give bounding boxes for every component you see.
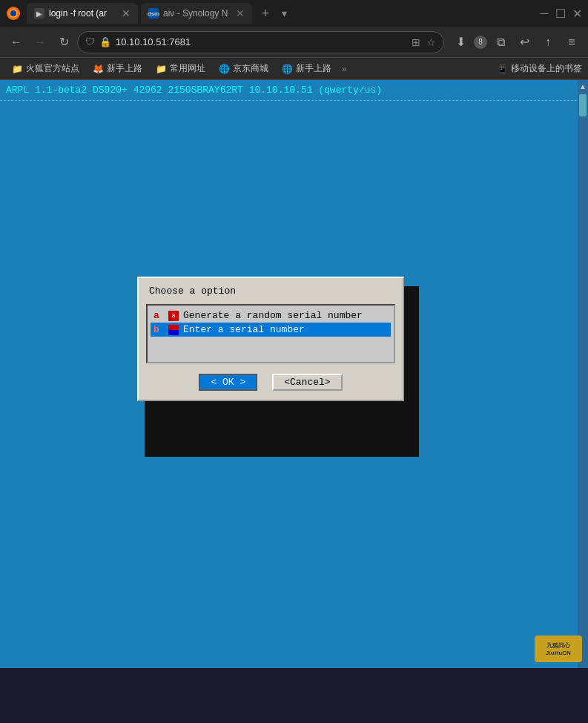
tab-dsm-label: aiv - Synology N xyxy=(163,8,228,19)
download-button[interactable]: ⬇ xyxy=(450,32,471,53)
back-button[interactable]: ← xyxy=(6,32,27,53)
bookmark-common-label: 常用网址 xyxy=(170,62,205,75)
new-tab-button[interactable]: + xyxy=(255,3,276,24)
watermark-line2: JiuHuCN xyxy=(546,650,571,656)
bookmark-newuser1-label: 新手上路 xyxy=(107,62,142,75)
bookmark-jd[interactable]: 🌐 京东商城 xyxy=(213,60,274,77)
dialog-box: Choose a option a a Generate a random se… xyxy=(137,277,404,401)
bookmark-mobile-label: 移动设备上的书签 xyxy=(511,62,582,75)
dialog-option-b[interactable]: b Enter a serial number xyxy=(151,323,391,337)
watermark: 九狐问心 JiuHuCN xyxy=(535,635,582,662)
lock-icon: 🔒 xyxy=(99,36,111,47)
share-button[interactable]: ↑ xyxy=(538,32,558,53)
bookmark-jd-label: 京东商城 xyxy=(233,62,268,75)
close-button[interactable]: ✕ xyxy=(572,8,582,19)
bookmark-newuser2-icon: 🌐 xyxy=(282,64,293,74)
nav-bar: ← → ↻ 🛡 🔒 10.10.10.51:7681 ⊞ ☆ ⬇ 8 ⧉ ↩ ↑… xyxy=(0,27,588,58)
bookmark-firefox-label: 火狐官方站点 xyxy=(26,62,79,75)
bookmark-newuser1[interactable]: 🦊 新手上路 xyxy=(87,60,148,77)
option-b-icon xyxy=(168,325,179,335)
crop-button[interactable]: ⧉ xyxy=(490,32,511,53)
security-icon: 🛡 xyxy=(85,36,95,47)
option-a-icon: a xyxy=(168,311,179,321)
bookmark-newuser1-icon: 🦊 xyxy=(93,64,104,74)
bookmark-common-icon: 📁 xyxy=(156,64,167,74)
option-a-label: Generate a random serial number xyxy=(183,310,363,321)
ok-button[interactable]: < OK > xyxy=(199,374,257,391)
minimize-button[interactable]: ─ xyxy=(539,8,549,19)
tab-terminal[interactable]: ▶ login -f root (ar ✕ xyxy=(27,3,138,24)
terminal-area: ARPL 1.1-beta2 DS920+ 42962 2150SBRAY62R… xyxy=(0,80,588,668)
history-back-button[interactable]: ↩ xyxy=(514,32,535,53)
tab-terminal-icon: ▶ xyxy=(34,8,44,19)
watermark-line1: 九狐问心 xyxy=(546,641,570,650)
bottom-area xyxy=(0,668,588,718)
scroll-thumb[interactable] xyxy=(579,94,587,116)
tab-list-button[interactable]: ▾ xyxy=(279,4,290,22)
scrollbar[interactable]: ▲ xyxy=(578,80,588,668)
bookmark-newuser2-label: 新手上路 xyxy=(296,62,331,75)
browser-frame: ▶ login -f root (ar ✕ dsm aiv - Synology… xyxy=(0,0,588,80)
option-b-key: b xyxy=(153,324,164,335)
bookmark-jd-icon: 🌐 xyxy=(219,64,230,74)
address-bar[interactable]: 🛡 🔒 10.10.10.51:7681 ⊞ ☆ xyxy=(77,31,444,53)
terminal-header-text: ARPL 1.1-beta2 DS920+ 42962 2150SBRAY62R… xyxy=(6,85,382,96)
dialog-option-a[interactable]: a a Generate a random serial number xyxy=(151,308,391,323)
toolbar-icons: ⬇ 8 ⧉ ↩ ↑ ≡ xyxy=(450,32,582,53)
reload-button[interactable]: ↻ xyxy=(53,32,74,53)
star-icon[interactable]: ☆ xyxy=(426,36,436,48)
window-controls: ─ ☐ ✕ xyxy=(539,8,582,19)
title-bar: ▶ login -f root (ar ✕ dsm aiv - Synology… xyxy=(0,0,588,27)
dialog-buttons: < OK > <Cancel> xyxy=(139,369,403,400)
scroll-up[interactable]: ▲ xyxy=(577,80,588,93)
option-b-label: Enter a serial number xyxy=(183,324,305,335)
terminal-header: ARPL 1.1-beta2 DS920+ 42962 2150SBRAY62R… xyxy=(0,80,588,101)
restore-button[interactable]: ☐ xyxy=(555,8,566,19)
menu-button[interactable]: ≡ xyxy=(561,32,582,53)
forward-button[interactable]: → xyxy=(30,32,50,53)
dialog-title: Choose a option xyxy=(139,278,403,301)
tab-dsm-icon: dsm xyxy=(148,8,159,19)
firefox-icon xyxy=(6,6,21,21)
tab-dsm[interactable]: dsm aiv - Synology N ✕ xyxy=(141,3,252,24)
dialog-list-area: a a Generate a random serial number b En… xyxy=(146,304,395,363)
bookmarks-more[interactable]: » xyxy=(342,64,347,74)
bookmarks-bar: 📁 火狐官方站点 🦊 新手上路 📁 常用网址 🌐 京东商城 🌐 新手上路 » 📱… xyxy=(0,58,588,80)
address-icons: ⊞ ☆ xyxy=(412,36,436,48)
bookmark-firefox-icon: 📁 xyxy=(12,64,23,74)
notification-badge[interactable]: 8 xyxy=(474,36,487,49)
bookmark-newuser2[interactable]: 🌐 新手上路 xyxy=(276,60,337,77)
tab-terminal-close[interactable]: ✕ xyxy=(122,7,131,19)
svg-point-2 xyxy=(10,10,16,16)
option-a-key: a xyxy=(153,310,164,321)
bookmark-mobile-icon: 📱 xyxy=(497,64,508,74)
bookmark-firefox[interactable]: 📁 火狐官方站点 xyxy=(6,60,85,77)
address-text: 10.10.10.51:7681 xyxy=(116,36,407,47)
bookmark-common[interactable]: 📁 常用网址 xyxy=(150,60,211,77)
bookmark-mobile[interactable]: 📱 移动设备上的书签 xyxy=(497,62,582,75)
cancel-button[interactable]: <Cancel> xyxy=(272,374,342,391)
tab-terminal-label: login -f root (ar xyxy=(49,8,107,19)
grid-icon[interactable]: ⊞ xyxy=(412,36,420,48)
tab-dsm-close[interactable]: ✕ xyxy=(236,7,245,19)
